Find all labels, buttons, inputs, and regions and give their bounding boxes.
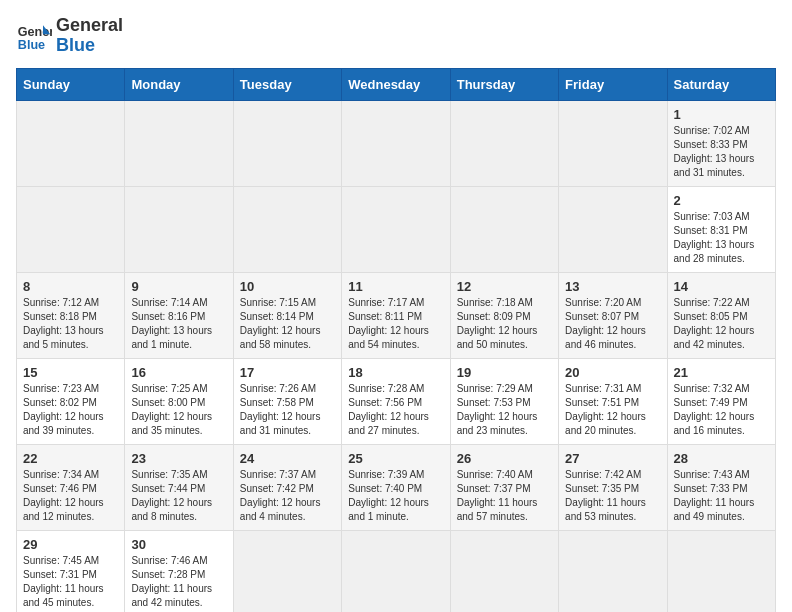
day-number: 9 — [131, 279, 226, 294]
day-number: 1 — [674, 107, 769, 122]
day-info: Sunrise: 7:02 AMSunset: 8:33 PMDaylight:… — [674, 124, 769, 180]
day-number: 27 — [565, 451, 660, 466]
calendar-cell — [342, 100, 450, 186]
calendar-cell — [559, 100, 667, 186]
calendar-cell — [559, 530, 667, 612]
day-info: Sunrise: 7:45 AMSunset: 7:31 PMDaylight:… — [23, 554, 118, 610]
logo-line1: General — [56, 16, 123, 36]
day-number: 20 — [565, 365, 660, 380]
header-thursday: Thursday — [450, 68, 558, 100]
calendar-cell: 10Sunrise: 7:15 AMSunset: 8:14 PMDayligh… — [233, 272, 341, 358]
day-info: Sunrise: 7:34 AMSunset: 7:46 PMDaylight:… — [23, 468, 118, 524]
calendar-cell: 12Sunrise: 7:18 AMSunset: 8:09 PMDayligh… — [450, 272, 558, 358]
calendar-cell — [342, 530, 450, 612]
calendar-cell: 15Sunrise: 7:23 AMSunset: 8:02 PMDayligh… — [17, 358, 125, 444]
calendar-cell — [125, 100, 233, 186]
header-wednesday: Wednesday — [342, 68, 450, 100]
day-number: 23 — [131, 451, 226, 466]
calendar-cell: 24Sunrise: 7:37 AMSunset: 7:42 PMDayligh… — [233, 444, 341, 530]
calendar-week-0: 1Sunrise: 7:02 AMSunset: 8:33 PMDaylight… — [17, 100, 776, 186]
day-info: Sunrise: 7:31 AMSunset: 7:51 PMDaylight:… — [565, 382, 660, 438]
header-row: SundayMondayTuesdayWednesdayThursdayFrid… — [17, 68, 776, 100]
day-info: Sunrise: 7:39 AMSunset: 7:40 PMDaylight:… — [348, 468, 443, 524]
calendar-cell: 20Sunrise: 7:31 AMSunset: 7:51 PMDayligh… — [559, 358, 667, 444]
calendar-cell: 8Sunrise: 7:12 AMSunset: 8:18 PMDaylight… — [17, 272, 125, 358]
calendar-week-3: 15Sunrise: 7:23 AMSunset: 8:02 PMDayligh… — [17, 358, 776, 444]
day-info: Sunrise: 7:29 AMSunset: 7:53 PMDaylight:… — [457, 382, 552, 438]
calendar-week-1: 2Sunrise: 7:03 AMSunset: 8:31 PMDaylight… — [17, 186, 776, 272]
day-number: 11 — [348, 279, 443, 294]
calendar-cell: 30Sunrise: 7:46 AMSunset: 7:28 PMDayligh… — [125, 530, 233, 612]
day-number: 18 — [348, 365, 443, 380]
calendar-week-4: 22Sunrise: 7:34 AMSunset: 7:46 PMDayligh… — [17, 444, 776, 530]
day-info: Sunrise: 7:20 AMSunset: 8:07 PMDaylight:… — [565, 296, 660, 352]
calendar-cell: 11Sunrise: 7:17 AMSunset: 8:11 PMDayligh… — [342, 272, 450, 358]
calendar-cell — [559, 186, 667, 272]
calendar-cell: 23Sunrise: 7:35 AMSunset: 7:44 PMDayligh… — [125, 444, 233, 530]
calendar-cell: 19Sunrise: 7:29 AMSunset: 7:53 PMDayligh… — [450, 358, 558, 444]
day-number: 16 — [131, 365, 226, 380]
logo: General Blue General Blue — [16, 16, 123, 56]
day-info: Sunrise: 7:15 AMSunset: 8:14 PMDaylight:… — [240, 296, 335, 352]
day-info: Sunrise: 7:23 AMSunset: 8:02 PMDaylight:… — [23, 382, 118, 438]
header-saturday: Saturday — [667, 68, 775, 100]
calendar-cell — [450, 530, 558, 612]
day-info: Sunrise: 7:46 AMSunset: 7:28 PMDaylight:… — [131, 554, 226, 610]
day-number: 21 — [674, 365, 769, 380]
calendar-cell: 13Sunrise: 7:20 AMSunset: 8:07 PMDayligh… — [559, 272, 667, 358]
header-friday: Friday — [559, 68, 667, 100]
day-number: 15 — [23, 365, 118, 380]
day-info: Sunrise: 7:25 AMSunset: 8:00 PMDaylight:… — [131, 382, 226, 438]
calendar-cell: 29Sunrise: 7:45 AMSunset: 7:31 PMDayligh… — [17, 530, 125, 612]
calendar-cell — [342, 186, 450, 272]
day-number: 13 — [565, 279, 660, 294]
day-number: 25 — [348, 451, 443, 466]
header-monday: Monday — [125, 68, 233, 100]
day-number: 17 — [240, 365, 335, 380]
day-info: Sunrise: 7:26 AMSunset: 7:58 PMDaylight:… — [240, 382, 335, 438]
calendar-cell: 22Sunrise: 7:34 AMSunset: 7:46 PMDayligh… — [17, 444, 125, 530]
calendar-cell — [450, 186, 558, 272]
day-info: Sunrise: 7:42 AMSunset: 7:35 PMDaylight:… — [565, 468, 660, 524]
calendar-cell: 18Sunrise: 7:28 AMSunset: 7:56 PMDayligh… — [342, 358, 450, 444]
header-sunday: Sunday — [17, 68, 125, 100]
calendar-cell: 2Sunrise: 7:03 AMSunset: 8:31 PMDaylight… — [667, 186, 775, 272]
day-info: Sunrise: 7:37 AMSunset: 7:42 PMDaylight:… — [240, 468, 335, 524]
day-info: Sunrise: 7:14 AMSunset: 8:16 PMDaylight:… — [131, 296, 226, 352]
day-info: Sunrise: 7:43 AMSunset: 7:33 PMDaylight:… — [674, 468, 769, 524]
day-number: 28 — [674, 451, 769, 466]
day-number: 14 — [674, 279, 769, 294]
calendar-cell — [125, 186, 233, 272]
day-number: 30 — [131, 537, 226, 552]
calendar-cell: 17Sunrise: 7:26 AMSunset: 7:58 PMDayligh… — [233, 358, 341, 444]
svg-text:Blue: Blue — [18, 37, 45, 51]
day-info: Sunrise: 7:18 AMSunset: 8:09 PMDaylight:… — [457, 296, 552, 352]
day-info: Sunrise: 7:17 AMSunset: 8:11 PMDaylight:… — [348, 296, 443, 352]
day-number: 22 — [23, 451, 118, 466]
calendar-cell: 16Sunrise: 7:25 AMSunset: 8:00 PMDayligh… — [125, 358, 233, 444]
calendar-cell: 25Sunrise: 7:39 AMSunset: 7:40 PMDayligh… — [342, 444, 450, 530]
day-info: Sunrise: 7:35 AMSunset: 7:44 PMDaylight:… — [131, 468, 226, 524]
day-info: Sunrise: 7:12 AMSunset: 8:18 PMDaylight:… — [23, 296, 118, 352]
calendar-table: SundayMondayTuesdayWednesdayThursdayFrid… — [16, 68, 776, 612]
calendar-cell: 14Sunrise: 7:22 AMSunset: 8:05 PMDayligh… — [667, 272, 775, 358]
calendar-cell — [233, 530, 341, 612]
day-number: 2 — [674, 193, 769, 208]
calendar-cell — [17, 100, 125, 186]
calendar-week-2: 8Sunrise: 7:12 AMSunset: 8:18 PMDaylight… — [17, 272, 776, 358]
header: General Blue General Blue — [16, 16, 776, 56]
day-info: Sunrise: 7:32 AMSunset: 7:49 PMDaylight:… — [674, 382, 769, 438]
calendar-cell: 1Sunrise: 7:02 AMSunset: 8:33 PMDaylight… — [667, 100, 775, 186]
day-number: 29 — [23, 537, 118, 552]
calendar-cell: 28Sunrise: 7:43 AMSunset: 7:33 PMDayligh… — [667, 444, 775, 530]
day-info: Sunrise: 7:22 AMSunset: 8:05 PMDaylight:… — [674, 296, 769, 352]
day-number: 10 — [240, 279, 335, 294]
calendar-cell — [233, 186, 341, 272]
calendar-cell: 27Sunrise: 7:42 AMSunset: 7:35 PMDayligh… — [559, 444, 667, 530]
calendar-week-5: 29Sunrise: 7:45 AMSunset: 7:31 PMDayligh… — [17, 530, 776, 612]
day-number: 26 — [457, 451, 552, 466]
calendar-cell — [450, 100, 558, 186]
header-tuesday: Tuesday — [233, 68, 341, 100]
logo-icon: General Blue — [16, 18, 52, 54]
calendar-cell: 9Sunrise: 7:14 AMSunset: 8:16 PMDaylight… — [125, 272, 233, 358]
